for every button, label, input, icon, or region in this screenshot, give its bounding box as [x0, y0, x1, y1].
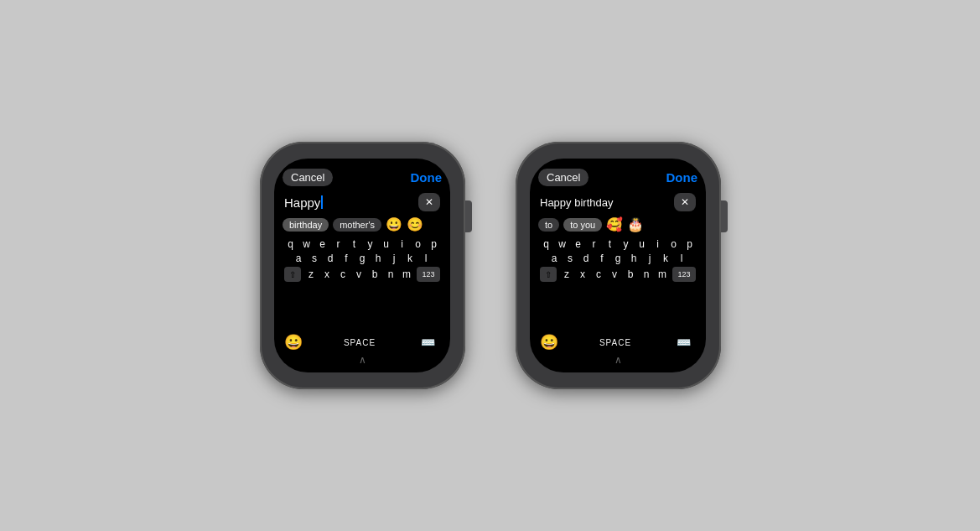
bottom-bar-2: 😀 SPACE ⌨️ — [538, 333, 697, 351]
key-q2[interactable]: q — [541, 238, 552, 250]
space-button-2[interactable]: SPACE — [599, 338, 631, 347]
key-j[interactable]: j — [388, 252, 400, 264]
chevron-row-2: ∧ — [538, 354, 697, 366]
key-a[interactable]: a — [293, 252, 304, 264]
cancel-button-1[interactable]: Cancel — [283, 169, 333, 186]
key-m[interactable]: m — [401, 268, 412, 280]
key-m2[interactable]: m — [656, 268, 668, 280]
key-v[interactable]: v — [353, 268, 365, 280]
suggestion-emoji-3[interactable]: 🥰 — [606, 216, 623, 232]
key-d[interactable]: d — [324, 252, 336, 264]
shift-key-1[interactable]: ⇧ — [284, 267, 301, 282]
backspace-button-2[interactable]: ✕ — [674, 193, 696, 211]
suggestion-pill-birthday[interactable]: birthday — [283, 218, 329, 232]
key-v2[interactable]: v — [609, 268, 620, 280]
header-2: Cancel Done — [538, 169, 697, 186]
key-q[interactable]: q — [285, 238, 297, 250]
key-f2[interactable]: f — [596, 252, 608, 264]
space-button-1[interactable]: SPACE — [344, 338, 376, 347]
key-o[interactable]: o — [412, 238, 424, 250]
key-b2[interactable]: b — [625, 268, 636, 280]
chevron-up-icon-2[interactable]: ∧ — [614, 354, 622, 366]
suggestion-pill-to-you[interactable]: to you — [563, 218, 602, 232]
key-a2[interactable]: a — [548, 252, 560, 264]
num-key-1[interactable]: 123 — [417, 267, 440, 282]
key-z[interactable]: z — [305, 268, 317, 280]
key-d2[interactable]: d — [580, 252, 592, 264]
keyboard-1: q w e r t y u i o p a s d f g h j k l — [283, 238, 442, 330]
emoji-button-1[interactable]: 😀 — [284, 333, 303, 351]
key-row-5: a s d f g h j k l — [538, 252, 697, 264]
key-b[interactable]: b — [369, 268, 381, 280]
key-s[interactable]: s — [309, 252, 320, 264]
key-row-1: q w e r t y u i o p — [283, 238, 442, 250]
keyboard-icon-1: ⌨️ — [421, 336, 435, 349]
key-o2[interactable]: o — [668, 238, 680, 250]
key-f[interactable]: f — [340, 252, 352, 264]
key-n[interactable]: n — [385, 268, 397, 280]
watch-crown-1 — [465, 200, 472, 232]
keyboard-icon-2: ⌨️ — [677, 336, 691, 349]
chevron-up-icon-1[interactable]: ∧ — [359, 354, 366, 366]
suggestions-row-2: to to you 🥰 🎂 — [538, 216, 697, 232]
suggestion-emoji-2[interactable]: 😊 — [407, 216, 423, 232]
key-y[interactable]: y — [365, 238, 376, 250]
key-e2[interactable]: e — [573, 238, 584, 250]
key-h[interactable]: h — [372, 252, 384, 264]
watch-2: Cancel Done Happy birthday ✕ to to you 🥰… — [516, 142, 721, 389]
key-l[interactable]: l — [420, 252, 432, 264]
text-display-1: Happy — [284, 195, 323, 210]
num-key-2[interactable]: 123 — [672, 267, 696, 282]
suggestion-emoji-4[interactable]: 🎂 — [627, 216, 644, 232]
backspace-icon-2: ✕ — [681, 196, 689, 208]
key-row-3: ⇧ z x c v b n m 123 — [283, 267, 442, 282]
key-r[interactable]: r — [333, 238, 345, 250]
key-i2[interactable]: i — [652, 238, 664, 250]
key-row-6: ⇧ z x c v b n m 123 — [538, 267, 697, 282]
key-t2[interactable]: t — [604, 238, 616, 250]
done-button-2[interactable]: Done — [666, 170, 698, 185]
key-h2[interactable]: h — [628, 252, 640, 264]
key-i[interactable]: i — [397, 238, 408, 250]
key-z2[interactable]: z — [561, 268, 573, 280]
key-row-2: a s d f g h j k l — [283, 252, 442, 264]
text-display-2: Happy birthday — [540, 196, 613, 209]
key-p2[interactable]: p — [684, 238, 696, 250]
key-x2[interactable]: x — [577, 268, 589, 280]
key-g2[interactable]: g — [612, 252, 624, 264]
key-w[interactable]: w — [301, 238, 313, 250]
backspace-button-1[interactable]: ✕ — [418, 193, 440, 211]
key-w2[interactable]: w — [557, 238, 568, 250]
suggestion-pill-to[interactable]: to — [538, 218, 559, 232]
key-p[interactable]: p — [428, 238, 440, 250]
key-t[interactable]: t — [349, 238, 360, 250]
done-button-1[interactable]: Done — [411, 170, 443, 185]
key-u[interactable]: u — [381, 238, 392, 250]
key-k[interactable]: k — [404, 252, 416, 264]
keyboard-switch-button-2[interactable]: ⌨️ — [672, 335, 696, 350]
key-c[interactable]: c — [337, 268, 349, 280]
suggestion-pill-mothers[interactable]: mother's — [333, 218, 381, 232]
key-y2[interactable]: y — [620, 238, 632, 250]
key-c2[interactable]: c — [593, 268, 604, 280]
key-r2[interactable]: r — [589, 238, 600, 250]
key-g[interactable]: g — [356, 252, 368, 264]
key-l2[interactable]: l — [676, 252, 687, 264]
emoji-button-2[interactable]: 😀 — [540, 333, 558, 351]
key-s2[interactable]: s — [564, 252, 576, 264]
key-k2[interactable]: k — [660, 252, 671, 264]
key-row-4: q w e r t y u i o p — [538, 238, 697, 250]
cancel-button-2[interactable]: Cancel — [538, 169, 589, 186]
watch-crown-2 — [721, 200, 728, 232]
header-1: Cancel Done — [283, 169, 442, 186]
key-u2[interactable]: u — [636, 238, 648, 250]
key-x[interactable]: x — [321, 268, 333, 280]
suggestion-emoji-1[interactable]: 😀 — [386, 216, 402, 232]
key-e[interactable]: e — [317, 238, 329, 250]
key-n2[interactable]: n — [640, 268, 652, 280]
shift-key-2[interactable]: ⇧ — [540, 267, 557, 282]
suggestions-row-1: birthday mother's 😀 😊 — [283, 216, 442, 232]
shift-icon-1: ⇧ — [289, 270, 296, 279]
keyboard-switch-button-1[interactable]: ⌨️ — [417, 335, 440, 350]
key-j2[interactable]: j — [644, 252, 656, 264]
